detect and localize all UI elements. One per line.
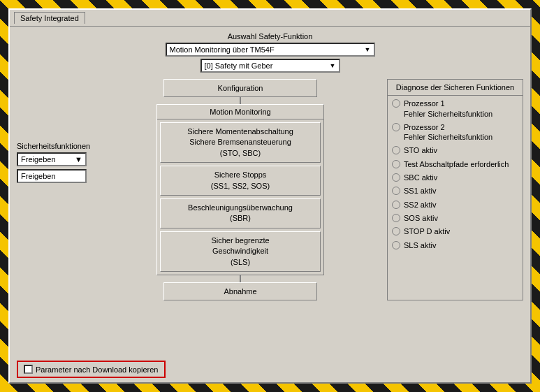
auswahl-section: Auswahl Safety-Funktion Motion Monitorin…	[17, 32, 523, 75]
diagnose-item-6: SS2 aktiv	[392, 200, 518, 210]
middle-layout: Sicherheitsfunktionen Freigeben ▼ Freige…	[17, 79, 523, 300]
dropdown-main-arrow: ▼	[365, 46, 371, 53]
connector-v2	[240, 275, 241, 282]
radio-8[interactable]	[392, 227, 400, 235]
motion-outer: Motion Monitoring Sichere Momentenabscha…	[156, 104, 324, 275]
checkbox-label: Parameter nach Download kopieren	[36, 365, 159, 374]
diagnose-item-1: Prozessor 2Fehler Sicherheitsfunktion	[392, 122, 518, 143]
center-flow: Konfiguration Motion Monitoring Sichere …	[99, 79, 381, 300]
sub-box-sls[interactable]: Sicher begrenzte Geschwindigkeit (SLS)	[160, 231, 321, 272]
diagnose-item-8: STOP D aktiv	[392, 226, 518, 236]
radio-1[interactable]	[392, 123, 400, 131]
sicherheitsfunktionen-label: Sicherheitsfunktionen	[17, 142, 94, 150]
sub-box-sto[interactable]: Sichere Momentenabschaltung Sichere Brem…	[160, 122, 321, 163]
connector-v1	[240, 97, 241, 104]
radio-9[interactable]	[392, 241, 400, 249]
bottom-area: Parameter nach Download kopieren	[10, 356, 530, 382]
dropdown-sub-arrow: ▼	[330, 62, 336, 69]
radio-0[interactable]	[392, 99, 400, 108]
dropdown-sub[interactable]: [0] Safety mit Geber ▼	[200, 59, 340, 73]
radio-3[interactable]	[392, 160, 400, 168]
radio-5[interactable]	[392, 187, 400, 195]
radio-7[interactable]	[392, 214, 400, 222]
sicherheit-value: Freigeben	[17, 169, 87, 183]
radio-6[interactable]	[392, 201, 400, 209]
hazard-border: Safety Integrated Auswahl Safety-Funktio…	[0, 0, 540, 392]
konfiguration-box: Konfiguration	[163, 79, 317, 97]
diagnose-header: Diagnose der Sicheren Funktionen	[388, 80, 523, 96]
checkbox-container: Parameter nach Download kopieren	[17, 361, 166, 378]
sicherheit-dropdown[interactable]: Freigeben ▼	[17, 152, 87, 166]
auswahl-label: Auswahl Safety-Funktion	[228, 32, 313, 41]
sub-box-ss[interactable]: Sichere Stopps (SS1, SS2, SOS)	[160, 166, 321, 196]
diagnose-item-9: SLS aktiv	[392, 240, 518, 250]
title-bar: Safety Integrated	[10, 10, 530, 27]
dropdown-main-container: Motion Monitoring über TM54F ▼	[166, 43, 375, 57]
diagnose-item-0: Prozessor 1Fehler Sicherheitsfunktion	[392, 99, 518, 119]
sub-box-sbr[interactable]: Beschleunigungsüberwachung (SBR)	[160, 198, 321, 228]
abnahme-box: Abnahme	[163, 282, 317, 300]
left-sidebar: Sicherheitsfunktionen Freigeben ▼ Freige…	[17, 79, 94, 300]
content-area: Auswahl Safety-Funktion Motion Monitorin…	[10, 27, 530, 356]
diagnose-item-7: SOS aktiv	[392, 213, 518, 223]
radio-2[interactable]	[392, 146, 400, 154]
motion-header: Motion Monitoring	[157, 105, 323, 119]
diagnose-items: Prozessor 1Fehler Sicherheitsfunktion Pr…	[388, 96, 523, 253]
right-panel: Diagnose der Sicheren Funktionen Prozess…	[387, 79, 523, 300]
diagnose-item-5: SS1 aktiv	[392, 186, 518, 196]
diagnose-item-3: Test Abschaltpfade erforderlich	[392, 159, 518, 169]
motion-inner: Sichere Momentenabschaltung Sichere Brem…	[157, 119, 323, 275]
main-window: Safety Integrated Auswahl Safety-Funktio…	[8, 8, 532, 384]
tab-label[interactable]: Safety Integrated	[14, 12, 85, 24]
diagnose-item-2: STO aktiv	[392, 145, 518, 155]
radio-4[interactable]	[392, 173, 400, 182]
diagnose-item-4: SBC aktiv	[392, 173, 518, 182]
sicherheit-dropdown-arrow: ▼	[75, 155, 82, 164]
parameter-checkbox[interactable]	[24, 365, 33, 374]
dropdown-main[interactable]: Motion Monitoring über TM54F ▼	[166, 43, 375, 57]
dropdown-sub-container: [0] Safety mit Geber ▼	[200, 59, 340, 73]
